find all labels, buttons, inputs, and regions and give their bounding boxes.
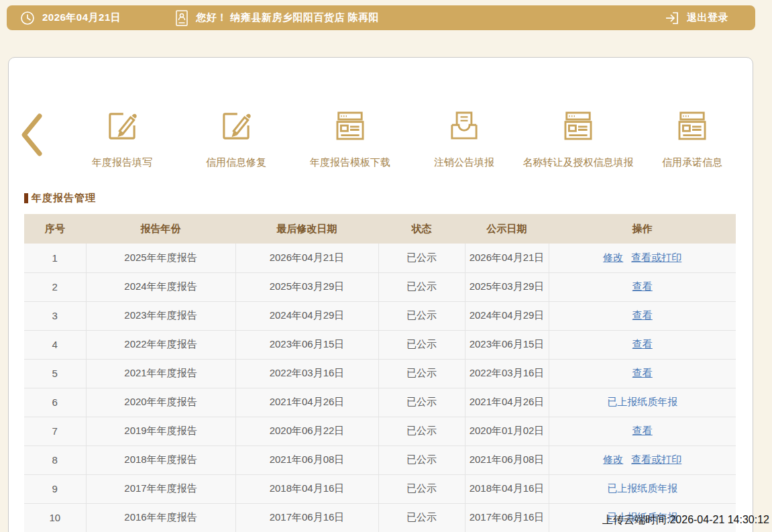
table-body: 12025年年度报告2026年04月21日已公示2026年04月21日修改查看或… [24, 244, 736, 532]
cell-no: 4 [24, 330, 86, 359]
table-row: 22024年年度报告2025年03月29日已公示2025年03月29日查看 [24, 272, 736, 301]
page: { "header": { "date": "2026年04月21日", "gr… [0, 0, 772, 532]
section-title-text: 年度报告管理 [32, 192, 96, 205]
cell-operations: 修改查看或打印 [549, 244, 736, 272]
feature-item[interactable]: 注销公告填报 [407, 104, 521, 169]
operation-text: 已上报纸质年报 [607, 482, 677, 494]
logout-button[interactable]: 退出登录 [664, 10, 728, 26]
cell-published: 2023年06月15日 [465, 330, 549, 359]
cell-published: 2022年03月16日 [465, 359, 549, 388]
cell-modified: 2023年06月15日 [235, 330, 378, 359]
cell-modified: 2021年06月08日 [235, 445, 378, 474]
cell-published: 2021年06月08日 [465, 445, 549, 474]
cell-status: 已公示 [378, 272, 465, 301]
cell-year: 2016年年度报告 [86, 503, 235, 532]
webpage-icon [673, 104, 712, 146]
webpage-icon [559, 104, 598, 146]
feature-carousel: 年度报告填写信用信息修复年度报告模板下载注销公告填报名称转让及授权信息填报信用承… [17, 86, 743, 187]
feature-item[interactable]: 信用信息修复 [179, 104, 293, 169]
table-row: 42022年年度报告2023年06月15日已公示2023年06月15日查看 [24, 330, 736, 359]
feature-label: 年度报告填写 [92, 156, 152, 169]
operation-link[interactable]: 查看或打印 [631, 252, 681, 263]
feature-label: 年度报告模板下载 [310, 156, 390, 169]
cell-status: 已公示 [378, 417, 465, 445]
operation-link[interactable]: 修改 [603, 454, 623, 465]
cell-status: 已公示 [378, 330, 465, 359]
cell-no: 3 [24, 301, 86, 330]
cell-modified: 2024年04月29日 [235, 301, 378, 330]
operation-link[interactable]: 修改 [603, 252, 623, 263]
cell-operations: 查看 [549, 330, 736, 359]
cell-operations: 修改查看或打印 [549, 445, 736, 474]
column-header: 报告年份 [86, 214, 235, 244]
operation-link[interactable]: 查看 [632, 309, 653, 321]
feature-label: 注销公告填报 [434, 156, 494, 169]
cell-published: 2020年01月02日 [465, 417, 549, 445]
table-row: 72019年年度报告2020年06月22日已公示2020年01月02日查看 [24, 417, 736, 445]
topbar-date-group: 2026年04月21日 [19, 10, 121, 26]
column-header: 公示日期 [465, 214, 549, 244]
cell-published: 2018年04月16日 [465, 474, 549, 503]
feature-list: 年度报告填写信用信息修复年度报告模板下载注销公告填报名称转让及授权信息填报信用承… [46, 104, 768, 169]
feature-item[interactable]: 信用承诺信息 [635, 104, 749, 169]
operation-link[interactable]: 查看 [632, 338, 653, 350]
cell-year: 2018年年度报告 [86, 445, 235, 474]
cell-year: 2022年年度报告 [86, 330, 235, 359]
cell-operations: 查看 [549, 301, 736, 330]
table-row: 12025年年度报告2026年04月21日已公示2026年04月21日修改查看或… [24, 244, 736, 272]
cell-year: 2021年年度报告 [86, 359, 235, 388]
cell-modified: 2017年06月16日 [235, 503, 378, 532]
cell-modified: 2025年03月29日 [235, 272, 378, 301]
operation-link[interactable]: 查看 [632, 280, 653, 292]
cell-modified: 2021年04月26日 [235, 388, 378, 417]
section-bullet-icon [24, 193, 28, 203]
operation-link[interactable]: 查看 [632, 367, 653, 378]
feature-label: 信用承诺信息 [662, 156, 722, 169]
cell-year: 2020年年度报告 [86, 388, 235, 417]
feature-item[interactable]: 名称转让及授权信息填报 [521, 104, 635, 169]
cell-status: 已公示 [378, 301, 465, 330]
topbar-user-group: 您好！ 纳雍县新房乡阳阳百货店 陈再阳 [174, 9, 379, 27]
table-header-row: 序号报告年份最后修改日期状态公示日期操作 [24, 214, 736, 244]
chevron-left-icon [19, 113, 44, 160]
carousel-prev-button[interactable] [17, 113, 46, 160]
webpage-icon [331, 104, 370, 146]
cell-year: 2023年年度报告 [86, 301, 235, 330]
cell-year: 2025年年度报告 [86, 244, 235, 272]
table-row: 52021年年度报告2022年03月16日已公示2022年03月16日查看 [24, 359, 736, 388]
operation-text: 已上报纸质年报 [607, 396, 677, 407]
cell-modified: 2020年06月22日 [235, 417, 378, 445]
cell-year: 2024年年度报告 [86, 272, 235, 301]
feature-item[interactable]: 年度报告模板下载 [293, 104, 407, 169]
cell-modified: 2018年04月16日 [235, 474, 378, 503]
column-header: 状态 [378, 214, 465, 244]
clock-icon [19, 10, 36, 26]
cell-status: 已公示 [378, 445, 465, 474]
cell-operations: 已上报纸质年报 [549, 388, 736, 417]
cell-no: 10 [24, 503, 86, 532]
cell-operations: 查看 [549, 417, 736, 445]
carousel-next-button[interactable] [768, 113, 772, 160]
cell-no: 8 [24, 445, 86, 474]
inbox-doc-icon [445, 104, 484, 146]
operation-link[interactable]: 查看 [632, 425, 653, 436]
cell-status: 已公示 [378, 388, 465, 417]
feature-item[interactable]: 年度报告填写 [65, 104, 179, 169]
cell-no: 6 [24, 388, 86, 417]
operation-link[interactable]: 查看或打印 [631, 454, 681, 465]
edit-square-icon [217, 104, 256, 146]
cell-operations: 已上报纸质年报 [549, 474, 736, 503]
cell-published: 2017年06月16日 [465, 503, 549, 532]
column-header: 操作 [549, 214, 736, 244]
cell-published: 2021年04月26日 [465, 388, 549, 417]
cell-modified: 2026年04月21日 [235, 244, 378, 272]
cell-published: 2025年03月29日 [465, 272, 549, 301]
cell-no: 2 [24, 272, 86, 301]
cell-published: 2026年04月21日 [465, 244, 549, 272]
upload-time-overlay: 上传云端时间:2026-04-21 14:30:12 [602, 513, 769, 527]
cell-operations: 查看 [549, 272, 736, 301]
section-title: 年度报告管理 [24, 192, 96, 205]
annual-report-table: 序号报告年份最后修改日期状态公示日期操作 12025年年度报告2026年04月2… [24, 214, 736, 532]
id-badge-icon [174, 9, 189, 27]
cell-published: 2024年04月29日 [465, 301, 549, 330]
